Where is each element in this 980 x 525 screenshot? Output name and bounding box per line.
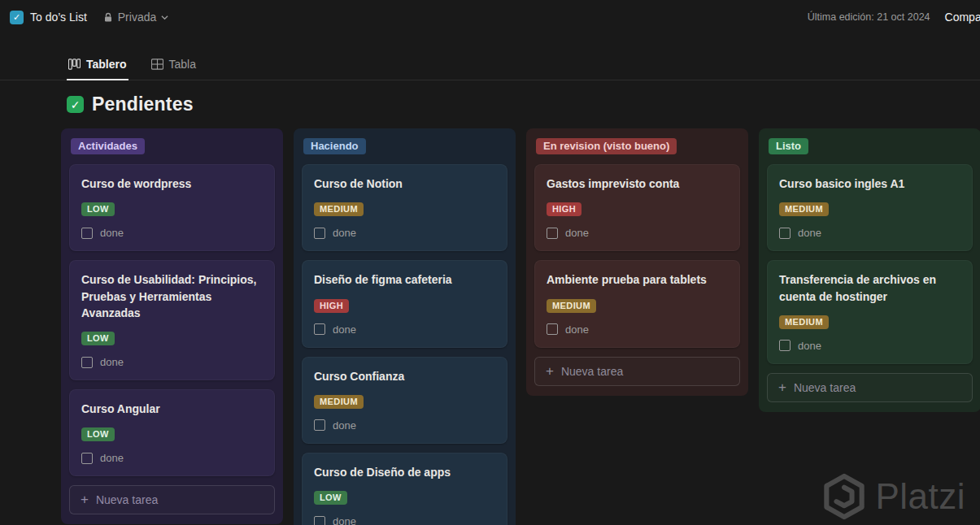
task-title: Curso Confianza [314,368,495,384]
task-title: Diseño de figma cafeteria [314,271,495,288]
done-row: done [81,356,263,368]
priority-badge: MEDIUM [547,299,596,313]
done-checkbox[interactable] [314,228,325,239]
task-title: Ambiente prueba para tablets [547,271,728,288]
column-name-badge[interactable]: Actividades [71,138,145,154]
new-task-label: Nueva tarea [561,365,623,378]
done-label: done [333,323,356,336]
done-checkbox[interactable] [81,453,93,464]
task-title: Curso de Notion [314,176,495,192]
done-label: done [333,515,356,525]
column-haciendo: Haciendo Curso de Notion MEDIUM done Dis… [294,128,516,525]
new-task-button[interactable]: + Nueva tarea [767,373,973,402]
column-name-badge[interactable]: En revision (visto bueno) [536,138,677,154]
priority-badge: MEDIUM [314,395,364,409]
view-tabs: Tablero Tabla [0,50,980,80]
section-title: Pendientes [92,93,194,115]
topbar: ✓ To do’s List Privada Última edición: 2… [0,0,980,34]
task-title: Curso de wordpress [81,176,263,192]
done-label: done [565,227,589,239]
plus-icon: + [81,494,89,505]
task-title: Curso Angular [81,401,263,417]
done-row: done [81,227,263,239]
tab-tablero[interactable]: Tablero [67,50,128,80]
task-title: Curso basico ingles A1 [779,176,960,192]
page-emoji-icon[interactable]: ✓ [10,11,24,24]
done-checkbox[interactable] [779,340,791,351]
task-card[interactable]: Diseño de figma cafeteria HIGH done [302,260,507,347]
share-button[interactable]: Compartir [945,11,980,24]
done-checkbox[interactable] [314,516,325,525]
priority-badge: MEDIUM [779,202,829,216]
done-row: done [314,323,495,336]
task-card[interactable]: Ambiente prueba para tablets MEDIUM done [534,260,740,347]
task-card[interactable]: Curso basico ingles A1 MEDIUM done [767,164,973,251]
task-title: Curso de Diseño de apps [314,464,495,480]
task-card[interactable]: Curso de Diseño de apps LOW done [302,453,507,525]
priority-badge: LOW [81,332,115,345]
done-checkbox[interactable] [547,228,558,239]
task-card[interactable]: Gastos imprevisto conta HIGH done [534,164,740,251]
task-card[interactable]: Curso Confianza MEDIUM done [302,357,507,444]
done-label: done [100,452,124,464]
privacy-label: Privada [118,11,156,24]
task-card[interactable]: Curso de Usabilidad: Principios, Pruebas… [69,260,275,380]
new-task-button[interactable]: + Nueva tarea [534,357,740,386]
done-checkbox[interactable] [547,323,558,335]
plus-icon: + [778,382,786,393]
priority-badge: MEDIUM [314,202,364,216]
done-row: done [314,419,495,432]
task-card[interactable]: Curso de wordpress LOW done [69,164,275,251]
tab-tabla-label: Tabla [169,58,196,71]
done-checkbox[interactable] [779,228,791,239]
done-label: done [333,227,356,239]
priority-badge: LOW [81,427,115,441]
done-row: done [314,515,495,525]
done-row: done [314,227,495,239]
priority-badge: MEDIUM [779,315,829,329]
done-label: done [798,340,821,352]
done-checkbox[interactable] [81,357,93,368]
task-card[interactable]: Curso Angular LOW done [69,389,275,476]
task-title: Transferencia de archivos en cuenta de h… [779,271,960,305]
tab-tablero-label: Tablero [86,58,127,71]
done-label: done [333,419,356,432]
priority-badge: HIGH [547,202,581,216]
table-view-icon [151,59,163,70]
done-label: done [100,356,124,368]
new-task-label: Nueva tarea [96,493,158,506]
tab-tabla[interactable]: Tabla [150,50,198,80]
column-en-revision: En revision (visto bueno) Gastos imprevi… [526,128,748,396]
done-checkbox[interactable] [81,228,93,239]
plus-icon: + [546,366,554,377]
priority-badge: LOW [314,491,347,505]
done-row: done [547,323,728,336]
task-card[interactable]: Curso de Notion MEDIUM done [302,164,507,251]
task-card[interactable]: Transferencia de archivos en cuenta de h… [767,260,973,364]
lock-icon [103,12,113,23]
kanban-board: Actividades Curso de wordpress LOW done … [0,127,980,525]
done-label: done [798,227,821,239]
task-title: Curso de Usabilidad: Principios, Pruebas… [81,271,263,321]
chevron-down-icon [161,15,168,20]
column-name-badge[interactable]: Haciendo [303,138,366,154]
task-title: Gastos imprevisto conta [547,176,728,192]
column-actividades: Actividades Curso de wordpress LOW done … [61,128,283,524]
last-edited-label: Última edición: 21 oct 2024 [808,11,930,23]
done-checkbox[interactable] [314,323,325,335]
done-label: done [100,227,124,239]
new-task-button[interactable]: + Nueva tarea [69,485,275,514]
done-row: done [779,227,960,239]
done-row: done [547,227,728,239]
topbar-right: Última edición: 21 oct 2024 Compartir [808,11,980,24]
section-heading: ✓ Pendientes [0,80,980,127]
column-name-badge[interactable]: Listo [769,138,808,154]
done-label: done [565,323,589,336]
board-view-icon [68,59,81,70]
done-row: done [779,340,960,352]
done-row: done [81,452,263,464]
privacy-dropdown[interactable]: Privada [103,11,168,24]
document-title[interactable]: To do’s List [30,11,87,24]
priority-badge: LOW [81,202,115,216]
done-checkbox[interactable] [314,419,325,431]
